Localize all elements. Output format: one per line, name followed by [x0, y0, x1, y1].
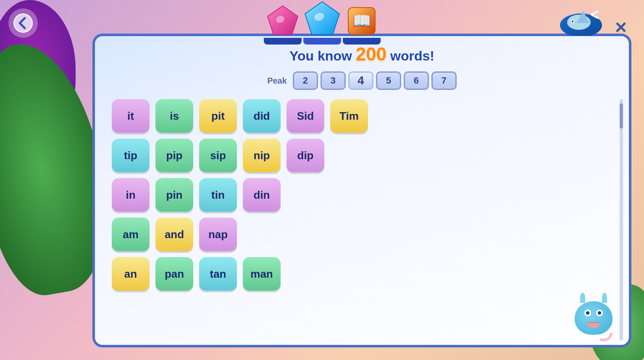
word-tile-man[interactable]: man — [243, 257, 281, 291]
word-row-4: am and nap — [112, 218, 608, 251]
monster-ear-left — [580, 293, 585, 303]
monster-ear-right — [602, 293, 607, 303]
level-tab-3[interactable]: 3 — [321, 71, 346, 90]
word-tile-pit[interactable]: pit — [199, 99, 237, 133]
words-scroll[interactable]: it is pit did Sid Tim tip pip sip nip di… — [95, 95, 616, 345]
words-container: it is pit did Sid Tim tip pip sip nip di… — [95, 95, 629, 345]
word-tile-an[interactable]: an — [112, 257, 150, 291]
monster-pupil-right — [598, 311, 601, 315]
level-tab-2[interactable]: 2 — [293, 71, 318, 90]
word-tile-nip[interactable]: nip — [243, 139, 281, 172]
word-tile-tan[interactable]: tan — [199, 257, 237, 291]
word-tile-in[interactable]: in — [112, 178, 150, 212]
monster-mascot — [568, 301, 619, 352]
word-tile-and[interactable]: and — [155, 218, 193, 251]
svg-point-0 — [14, 14, 32, 32]
monster-tail — [600, 333, 612, 341]
word-row-2: tip pip sip nip dip — [112, 139, 608, 172]
book-icon: 📖 — [345, 4, 379, 38]
word-tile-nap[interactable]: nap — [199, 218, 237, 251]
word-tile-tin[interactable]: tin — [199, 178, 237, 212]
level-tab-6[interactable]: 6 — [404, 71, 429, 90]
level-tab-7[interactable]: 7 — [431, 71, 457, 90]
nav-gem-blue-base — [303, 38, 341, 45]
shark-icon[interactable] — [556, 2, 606, 36]
word-tile-pin[interactable]: pin — [155, 178, 193, 212]
word-row-5: an pan tan man — [112, 257, 608, 291]
peak-label: Peak — [267, 76, 287, 86]
word-tile-pan[interactable]: pan — [155, 257, 193, 291]
level-tabs: Peak 2 3 4 5 6 7 — [95, 69, 629, 95]
monster-eye-left — [584, 310, 591, 316]
monster-body — [575, 301, 612, 335]
word-tile-sid[interactable]: Sid — [287, 99, 324, 133]
word-tile-pip[interactable]: pip — [155, 139, 193, 172]
word-tile-it[interactable]: it — [112, 99, 150, 133]
svg-text:📖: 📖 — [352, 12, 371, 30]
word-tile-tim[interactable]: Tim — [330, 99, 368, 133]
scroll-track — [620, 99, 623, 341]
nav-gem-blue[interactable] — [303, 0, 341, 45]
monster-ears — [580, 293, 607, 303]
nav-gem-book-base — [343, 38, 381, 45]
close-button[interactable]: × — [610, 17, 631, 38]
nav-gem-book[interactable]: 📖 — [343, 4, 381, 45]
scroll-thumb — [620, 103, 623, 129]
monster-eye-right — [596, 310, 603, 316]
blue-gem-icon — [303, 0, 341, 38]
monster-pupil-left — [586, 311, 589, 315]
top-nav: 📖 — [264, 0, 381, 45]
word-tile-is[interactable]: is — [155, 99, 193, 133]
pink-gem-icon — [266, 4, 300, 38]
back-button[interactable] — [8, 8, 38, 38]
level-tab-5[interactable]: 5 — [376, 71, 401, 90]
nav-gem-pink-base — [264, 38, 302, 45]
title-prefix: You know — [289, 48, 356, 63]
nav-gem-pink[interactable] — [264, 4, 302, 45]
main-panel: You know 200 words! Peak 2 3 4 5 6 7 it … — [92, 34, 631, 347]
word-tile-din[interactable]: din — [243, 178, 281, 212]
word-row-3: in pin tin din — [112, 178, 608, 212]
monster-eyes — [584, 310, 603, 316]
word-tile-did[interactable]: did — [243, 99, 281, 133]
word-tile-tip[interactable]: tip — [112, 139, 150, 172]
word-tile-dip[interactable]: dip — [287, 139, 324, 172]
word-tile-am[interactable]: am — [112, 218, 150, 251]
monster-mouth — [587, 322, 600, 328]
word-row-1: it is pit did Sid Tim — [112, 99, 608, 133]
word-count: 200 — [356, 44, 386, 64]
svg-point-11 — [572, 21, 573, 22]
level-tab-4[interactable]: 4 — [348, 71, 373, 90]
close-icon: × — [615, 17, 627, 37]
title-suffix: words! — [386, 48, 434, 63]
word-tile-sip[interactable]: sip — [199, 139, 237, 172]
shark-illustration — [556, 2, 606, 36]
